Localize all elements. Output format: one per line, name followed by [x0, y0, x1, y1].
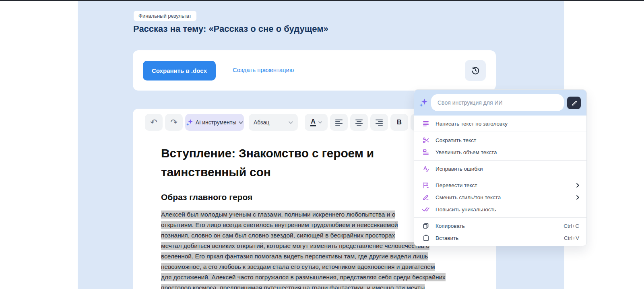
create-presentation-link[interactable]: Создать презентацию	[233, 66, 294, 73]
menu-group: Копировать Ctrl+C Вставить Ctrl+V	[414, 218, 586, 246]
ai-instruction-bar	[414, 90, 586, 116]
menu-item-label: Исправить ошибки	[436, 166, 579, 172]
align-right-button[interactable]	[370, 114, 388, 131]
text-lines-icon	[422, 120, 429, 127]
undo-button[interactable]: ↶	[145, 114, 163, 131]
paragraph-style-value: Абзац	[254, 119, 269, 126]
page-title: Рассказ на тему: «Рассказ о сне о будуще…	[133, 24, 328, 34]
chevron-down-icon	[289, 121, 293, 124]
menu-item-change-style[interactable]: Сменить стиль/тон текста	[414, 191, 586, 203]
chevron-down-icon	[318, 121, 322, 124]
selected-text-line: для достижений. Алексей часто погружался…	[161, 272, 485, 283]
menu-group: Перевести текст Сменить стиль/тон текста	[414, 177, 586, 218]
chevron-right-icon	[576, 195, 579, 200]
paragraph-style-dropdown[interactable]: Абзац	[249, 114, 298, 131]
menu-item-label: Вставить	[436, 235, 558, 241]
selected-text-line: просторов космоса, предпринимая путешест…	[161, 283, 485, 289]
status-badge: Финальный результат	[134, 11, 196, 21]
menu-item-expand-text[interactable]: Увеличить объем текста	[414, 146, 586, 158]
menu-group: Сократить текст Увеличить объем текста	[414, 132, 586, 161]
align-center-icon	[355, 119, 363, 126]
history-button[interactable]	[465, 60, 486, 81]
menu-item-label: Сократить текст	[436, 137, 579, 143]
menu-group: Исправить ошибки	[414, 161, 586, 177]
menu-item-translate[interactable]: Перевести текст	[414, 179, 586, 191]
chevron-right-icon	[576, 183, 579, 188]
history-icon	[471, 66, 480, 75]
bold-button[interactable]: B	[390, 114, 408, 131]
expand-text-icon	[422, 149, 429, 156]
redo-button[interactable]: ↷	[165, 114, 183, 131]
save-docx-button[interactable]: Сохранить в .docx	[143, 61, 216, 81]
menu-item-label: Копировать	[436, 223, 557, 229]
shortcut-label: Ctrl+V	[564, 235, 579, 241]
text-color-button[interactable]: A	[305, 114, 328, 131]
ai-instruction-input[interactable]	[431, 94, 564, 111]
ai-tools-label: Ai инструменты	[196, 119, 236, 126]
translate-flag-icon	[422, 182, 429, 189]
align-right-icon	[375, 119, 383, 126]
edit-pencil-icon	[422, 194, 429, 201]
menu-item-shorten-text[interactable]: Сократить текст	[414, 134, 586, 146]
submit-instruction-button[interactable]	[567, 97, 581, 109]
selected-text-line: вселенной. Его яркая фантазия помогала в…	[161, 251, 485, 262]
scissors-icon	[422, 136, 429, 144]
menu-item-fix-errors[interactable]: Исправить ошибки	[414, 163, 586, 175]
document-heading: Вступление: Знакомство с героем и таинст…	[161, 144, 411, 182]
spellcheck-icon	[422, 165, 429, 172]
sparkles-icon	[419, 98, 428, 107]
menu-item-paste[interactable]: Вставить Ctrl+V	[414, 232, 586, 244]
menu-item-label: Написать текст по заголовку	[436, 121, 579, 127]
menu-item-label: Повысить уникальность	[436, 206, 579, 213]
pencil-icon	[571, 100, 577, 106]
menu-item-label: Сменить стиль/тон текста	[436, 194, 570, 200]
align-left-icon	[335, 119, 343, 126]
double-check-icon	[422, 206, 429, 213]
shortcut-label: Ctrl+C	[564, 223, 579, 229]
sparkles-icon	[186, 119, 193, 126]
align-left-button[interactable]	[330, 114, 348, 131]
align-center-button[interactable]	[350, 114, 368, 131]
ai-context-menu: Написать текст по заголовку Сократить те…	[414, 89, 587, 246]
menu-item-write-by-heading[interactable]: Написать текст по заголовку	[414, 118, 586, 130]
selected-text-line: невозможное, а его любовь к звездам стал…	[161, 262, 485, 272]
text-color-icon: A	[310, 118, 316, 126]
menu-item-label: Увеличить объем текста	[436, 149, 579, 155]
ai-tools-button[interactable]: Ai инструменты	[185, 114, 244, 131]
menu-group: Написать текст по заголовку	[414, 116, 586, 132]
menu-item-copy[interactable]: Копировать Ctrl+C	[414, 220, 586, 232]
copy-icon	[422, 222, 429, 229]
menu-item-label: Перевести текст	[436, 182, 570, 188]
chevron-down-icon	[239, 121, 243, 124]
menu-item-increase-uniqueness[interactable]: Повысить уникальность	[414, 203, 586, 215]
paste-clipboard-icon	[422, 234, 429, 242]
actions-card: Сохранить в .docx Создать презентацию	[133, 50, 496, 91]
